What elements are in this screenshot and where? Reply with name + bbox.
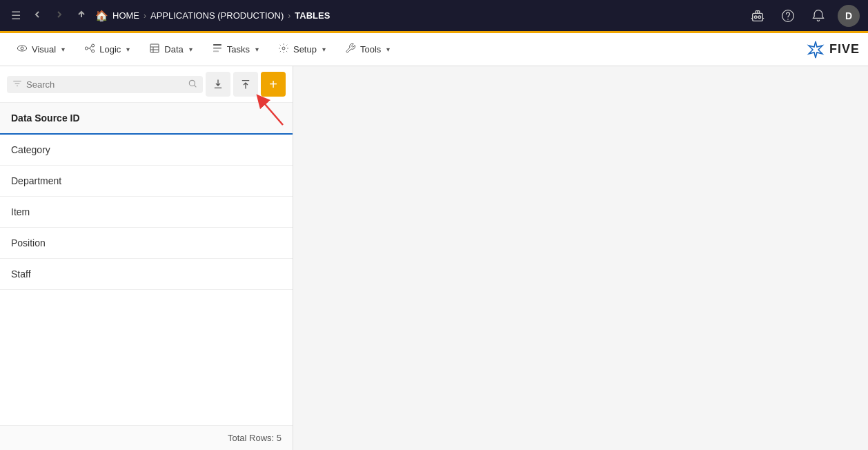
visual-arrow: ▾: [61, 46, 65, 53]
table-icon: [149, 43, 160, 56]
table-body: Category Department Item Position Staff: [0, 135, 293, 425]
table-row[interactable]: Department: [0, 166, 293, 197]
row-label: Position: [11, 237, 46, 248]
breadcrumb: 🏠 HOME › APPLICATIONS (PRODUCTION) › TAB…: [95, 10, 330, 22]
nav-tools-label: Tools: [360, 44, 381, 55]
up-icon[interactable]: [73, 6, 90, 26]
download-button[interactable]: [206, 72, 230, 97]
svg-point-13: [92, 50, 95, 52]
nav-item-data[interactable]: Data ▾: [141, 37, 200, 61]
nav-item-tasks[interactable]: Tasks ▾: [204, 37, 267, 61]
logic-arrow: ▾: [126, 46, 130, 53]
breadcrumb-applications[interactable]: APPLICATIONS (PRODUCTION): [150, 10, 284, 21]
tools-arrow: ▾: [386, 46, 390, 53]
svg-rect-18: [213, 44, 221, 46]
svg-point-1: [754, 16, 757, 19]
breadcrumb-sep-2: ›: [288, 11, 290, 21]
table-row[interactable]: Position: [0, 228, 293, 259]
search-icon: [188, 79, 197, 90]
nav-setup-label: Setup: [293, 44, 317, 55]
tasks-icon: [212, 43, 223, 56]
eye-icon: [17, 43, 28, 56]
row-label: Staff: [11, 268, 31, 280]
total-rows-label: Total Rows: 5: [228, 433, 282, 443]
breadcrumb-sep-1: ›: [144, 11, 146, 21]
nav-item-visual[interactable]: Visual ▾: [8, 37, 73, 61]
user-avatar[interactable]: D: [838, 5, 860, 27]
nav-item-logic[interactable]: Logic ▾: [76, 37, 138, 61]
five-logo: FIVE: [806, 40, 860, 59]
left-panel: + Data Source ID Category Department Ite…: [0, 66, 293, 450]
svg-point-21: [282, 47, 285, 50]
setup-arrow: ▾: [322, 46, 326, 53]
forward-icon[interactable]: [51, 6, 68, 26]
svg-rect-20: [213, 50, 219, 52]
list-toolbar: +: [0, 66, 293, 103]
menu-icon[interactable]: ☰: [8, 6, 23, 25]
column-header-datasourceid: Data Source ID: [11, 112, 80, 124]
add-button[interactable]: +: [261, 72, 286, 97]
svg-point-9: [17, 46, 26, 51]
svg-point-10: [21, 47, 23, 50]
tools-icon: [345, 43, 356, 56]
home-label[interactable]: HOME: [112, 10, 139, 21]
logic-icon: [84, 43, 95, 56]
top-bar-left: ☰ 🏠 HOME › APPLICATIONS (PRODUCTION) › T…: [8, 6, 747, 26]
svg-rect-14: [150, 44, 159, 52]
five-logo-text: FIVE: [829, 42, 860, 57]
table-header: Data Source ID: [0, 103, 293, 135]
right-panel: [293, 66, 868, 450]
robot-icon[interactable]: [747, 5, 769, 27]
svg-rect-19: [213, 48, 221, 49]
help-icon[interactable]: [777, 5, 799, 27]
home-icon: 🏠: [95, 10, 108, 22]
svg-point-11: [86, 47, 88, 50]
svg-point-12: [92, 44, 95, 47]
top-navigation-bar: ☰ 🏠 HOME › APPLICATIONS (PRODUCTION) › T…: [0, 0, 868, 33]
search-input[interactable]: [26, 79, 184, 90]
secondary-navigation-bar: Visual ▾ Logic ▾ Data ▾ Tasks ▾ Setup ▾: [0, 33, 868, 66]
back-icon[interactable]: [29, 6, 46, 26]
top-bar-right: D: [747, 5, 860, 27]
search-wrapper: [7, 76, 203, 93]
table-footer: Total Rows: 5: [0, 425, 293, 450]
nav-logic-label: Logic: [99, 44, 121, 55]
svg-point-8: [787, 19, 789, 20]
nav-visual-label: Visual: [32, 44, 56, 55]
table-row[interactable]: Staff: [0, 259, 293, 290]
add-icon: +: [269, 77, 277, 91]
nav-item-tools[interactable]: Tools ▾: [337, 37, 398, 61]
data-arrow: ▾: [189, 46, 193, 53]
svg-point-2: [758, 16, 761, 19]
svg-marker-22: [809, 41, 822, 58]
row-label: Item: [11, 206, 30, 217]
gear-icon: [278, 43, 289, 56]
breadcrumb-tables: TABLES: [295, 10, 330, 21]
filter-icon: [12, 79, 22, 90]
row-label: Department: [11, 175, 61, 186]
table-row[interactable]: Category: [0, 135, 293, 166]
table-row[interactable]: Item: [0, 197, 293, 228]
nav-tasks-label: Tasks: [227, 44, 250, 55]
upload-button[interactable]: [233, 72, 258, 97]
tasks-arrow: ▾: [255, 46, 259, 53]
row-label: Category: [11, 144, 50, 155]
main-content: + Data Source ID Category Department Ite…: [0, 66, 868, 450]
notifications-icon[interactable]: [807, 5, 829, 27]
nav-data-label: Data: [164, 44, 183, 55]
nav-item-setup[interactable]: Setup ▾: [270, 37, 334, 61]
